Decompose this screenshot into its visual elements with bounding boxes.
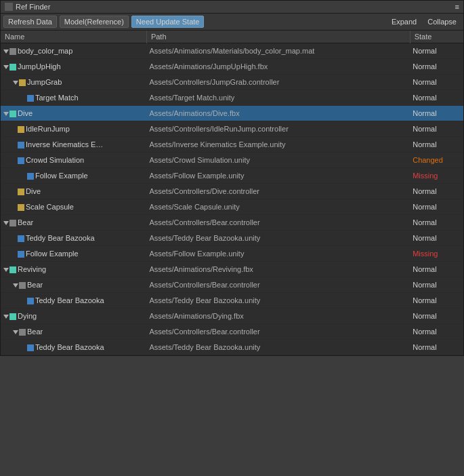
arrow-down-icon xyxy=(3,315,9,319)
row-icon xyxy=(27,95,34,102)
row-icon xyxy=(18,157,24,164)
table-row[interactable]: RevivingAssets/Animations/Reviving.fbxNo… xyxy=(1,262,463,277)
row-icon xyxy=(18,251,24,258)
name-cell: Teddy Bear Bazooka xyxy=(1,293,146,309)
table-row[interactable]: Crowd SimulationAssets/Crowd Simulation.… xyxy=(1,153,463,168)
table-row[interactable]: IdleRunJumpAssets/Controllers/IdleRunJum… xyxy=(1,121,463,137)
name-cell: Crowd Simulation xyxy=(1,153,146,168)
row-name: Scale Capsule xyxy=(26,203,74,211)
row-name: Dive xyxy=(18,109,33,117)
expand-button[interactable]: Expand xyxy=(387,16,421,27)
row-name: JumpUpHigh xyxy=(18,62,61,71)
name-cell: Inverse Kinematics E… xyxy=(1,137,146,153)
row-name: Reviving xyxy=(18,265,46,273)
path-cell: Assets/Controllers/IdleRunJump.controlle… xyxy=(146,121,410,137)
path-cell: Assets/Animations/JumpUpHigh.fbx xyxy=(146,59,410,75)
state-cell: Normal xyxy=(410,184,463,199)
table-row[interactable]: DiveAssets/Controllers/Dive.controllerNo… xyxy=(1,184,463,199)
path-cell: Assets/Controllers/JumpGrab.controller xyxy=(146,75,410,90)
toolbar: Refresh Data Model(Reference) Need Updat… xyxy=(1,14,463,31)
table-row[interactable]: Scale CapsuleAssets/Scale Capsule.unityN… xyxy=(1,199,463,215)
state-cell: Missing xyxy=(410,168,463,184)
row-icon xyxy=(19,79,26,86)
row-icon xyxy=(27,344,34,351)
state-cell: Normal xyxy=(410,293,463,309)
refresh-data-button[interactable]: Refresh Data xyxy=(3,16,57,28)
table-row[interactable]: Teddy Bear BazookaAssets/Teddy Bear Bazo… xyxy=(1,293,463,309)
state-cell: Normal xyxy=(410,75,463,90)
title-bar: Ref Finder ≡ xyxy=(1,1,463,14)
table-row[interactable]: JumpUpHighAssets/Animations/JumpUpHigh.f… xyxy=(1,59,463,75)
name-cell: Dive xyxy=(1,106,146,121)
path-cell: Assets/Inverse Kinematics Example.unity xyxy=(146,137,410,153)
path-cell: Assets/Follow Example.unity xyxy=(146,246,410,262)
row-name: Inverse Kinematics E… xyxy=(26,140,103,148)
menu-icon[interactable]: ≡ xyxy=(455,3,459,11)
state-cell: Normal xyxy=(410,106,463,121)
row-name: Crowd Simulation xyxy=(26,156,84,164)
path-cell: Assets/Controllers/Bear.controller xyxy=(146,215,410,231)
row-icon xyxy=(19,329,26,336)
arrow-down-icon xyxy=(3,49,9,54)
state-column-header[interactable]: State xyxy=(410,31,463,43)
need-update-state-button[interactable]: Need Update State xyxy=(131,16,205,28)
table-row[interactable]: Follow ExampleAssets/Follow Example.unit… xyxy=(1,168,463,184)
path-cell: Assets/Controllers/Bear.controller xyxy=(146,324,410,340)
table-row[interactable]: Follow ExampleAssets/Follow Example.unit… xyxy=(1,246,463,262)
row-name: Bear xyxy=(27,281,43,289)
table-row[interactable]: DiveAssets/Animations/Dive.fbxNormal xyxy=(1,106,463,121)
path-cell: Assets/Target Match.unity xyxy=(146,90,410,106)
arrow-down-icon xyxy=(3,112,9,116)
table-row[interactable]: body_color_mapAssets/Animations/Material… xyxy=(1,43,463,59)
collapse-button[interactable]: Collapse xyxy=(423,16,461,27)
name-column-header[interactable]: Name xyxy=(1,31,146,43)
table-row[interactable]: DyingAssets/Animations/Dying.fbxNormal xyxy=(1,309,463,324)
row-icon xyxy=(9,48,16,55)
table-row[interactable]: BearAssets/Controllers/Bear.controllerNo… xyxy=(1,324,463,340)
table-row[interactable]: BearAssets/Controllers/Bear.controllerNo… xyxy=(1,215,463,231)
row-name: Dying xyxy=(18,312,37,320)
path-cell: Assets/Teddy Bear Bazooka.unity xyxy=(146,231,410,246)
state-cell: Normal xyxy=(410,215,463,231)
state-cell: Normal xyxy=(410,199,463,215)
row-name: Teddy Bear Bazooka xyxy=(35,343,104,351)
path-column-header[interactable]: Path xyxy=(146,31,410,43)
arrow-down-icon xyxy=(3,65,9,69)
path-cell: Assets/Controllers/Dive.controller xyxy=(146,184,410,199)
row-name: IdleRunJump xyxy=(26,125,70,133)
table-row[interactable]: JumpGrabAssets/Controllers/JumpGrab.cont… xyxy=(1,75,463,90)
table-row[interactable]: Teddy Bear BazookaAssets/Teddy Bear Bazo… xyxy=(1,340,463,355)
name-cell: body_color_map xyxy=(1,43,146,59)
state-cell: Normal xyxy=(410,262,463,277)
row-icon xyxy=(9,64,16,71)
path-cell: Assets/Teddy Bear Bazooka.unity xyxy=(146,340,410,355)
table-row[interactable]: Target MatchAssets/Target Match.unityNor… xyxy=(1,90,463,106)
row-name: JumpGrab xyxy=(27,78,62,86)
table-row[interactable]: Teddy Bear BazookaAssets/Teddy Bear Bazo… xyxy=(1,231,463,246)
name-cell: Dying xyxy=(1,309,146,324)
tree-table: Name Path State body_color_mapAssets/Ani… xyxy=(1,31,463,355)
state-cell: Missing xyxy=(410,246,463,262)
table-row[interactable]: Inverse Kinematics E…Assets/Inverse Kine… xyxy=(1,137,463,153)
name-cell: Bear xyxy=(1,277,146,293)
table-row[interactable]: BearAssets/Controllers/Bear.controllerNo… xyxy=(1,277,463,293)
path-cell: Assets/Crowd Simulation.unity xyxy=(146,153,410,168)
name-cell: Dive xyxy=(1,184,146,199)
model-reference-button[interactable]: Model(Reference) xyxy=(60,16,129,28)
state-cell: Normal xyxy=(410,324,463,340)
state-cell: Normal xyxy=(410,137,463,153)
table-header-row: Name Path State xyxy=(1,31,463,43)
row-icon xyxy=(9,220,16,226)
arrow-down-icon xyxy=(3,268,9,272)
path-cell: Assets/Teddy Bear Bazooka.unity xyxy=(146,293,410,309)
state-cell: Normal xyxy=(410,309,463,324)
row-icon xyxy=(18,142,24,148)
state-cell: Normal xyxy=(410,43,463,59)
window-icon xyxy=(5,3,13,11)
name-cell: Bear xyxy=(1,324,146,340)
arrow-down-icon xyxy=(13,283,18,287)
row-name: Bear xyxy=(18,218,33,226)
name-cell: Bear xyxy=(1,215,146,231)
path-cell: Assets/Animations/Dive.fbx xyxy=(146,106,410,121)
row-icon xyxy=(27,173,34,180)
